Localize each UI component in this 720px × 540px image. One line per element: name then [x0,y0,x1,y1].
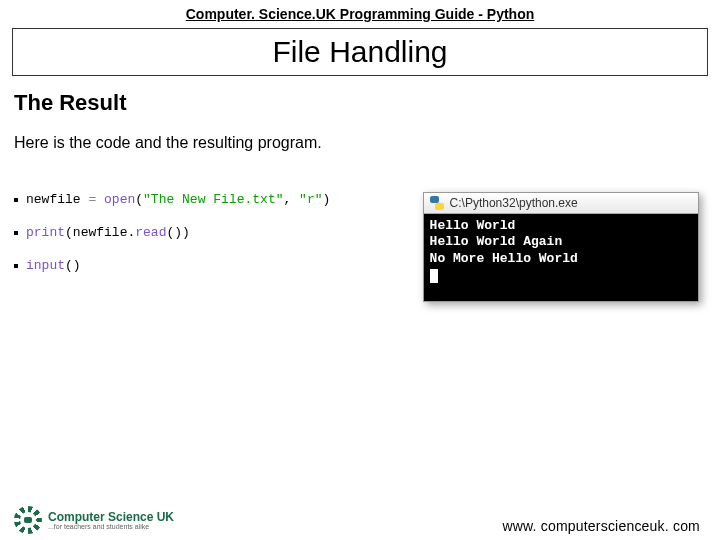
intro-text: Here is the code and the resulting progr… [14,134,720,152]
guide-suffix: Programming Guide - Python [336,6,534,22]
logo-tagline: ...for teachers and students alike [48,523,174,530]
bullet-icon [14,198,18,202]
brand-prefix: Computer. Science. [186,6,316,22]
header-strip: Computer. Science.UK Programming Guide -… [0,0,720,22]
section-heading: The Result [14,90,720,116]
content-row: newfile = open("The New File.txt", "r") … [14,192,706,302]
footer-logo: Computer Science UK ...for teachers and … [14,506,174,534]
python-icon [430,196,444,210]
console-title-text: C:\Python32\python.exe [450,196,578,210]
brand-suffix: UK [316,6,336,22]
code-line: print(newfile.read()) [14,225,395,240]
code-line: newfile = open("The New File.txt", "r") [14,192,395,207]
console-titlebar: C:\Python32\python.exe [424,193,699,214]
cursor-icon [430,269,438,283]
logo-icon [14,506,42,534]
bullet-icon [14,264,18,268]
code-line: input() [14,258,395,273]
console-window: C:\Python32\python.exe Hello World Hello… [423,192,700,302]
code-block: newfile = open("The New File.txt", "r") … [14,192,395,291]
bullet-icon [14,231,18,235]
footer: Computer Science UK ...for teachers and … [0,506,720,534]
console-output: Hello World Hello World Again No More He… [424,214,699,301]
logo-name: Computer Science UK [48,511,174,523]
page-title: File Handling [12,28,708,76]
footer-url: www. computerscienceuk. com [502,518,700,534]
